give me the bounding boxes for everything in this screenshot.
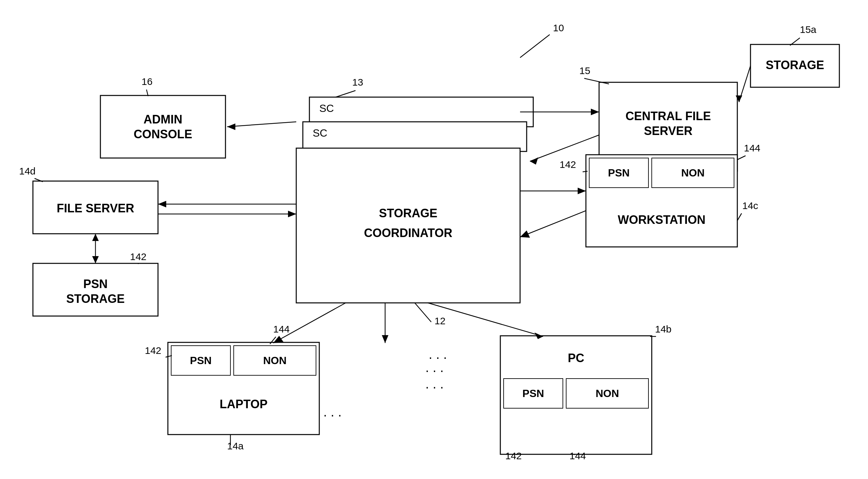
ref-144-workstation: 144 [744,143,761,153]
ref-144-laptop: 144 [273,324,290,334]
ref-16: 16 [142,76,152,87]
central-file-server-label-1: CENTRAL FILE [625,109,711,123]
ref-14c: 14c [742,200,758,211]
svg-marker-20 [158,201,166,207]
admin-console-label-1: ADMIN [144,113,182,126]
ref-142-workstation: 142 [560,159,576,170]
workstation-non-label: NON [681,167,704,179]
laptop-label: LAPTOP [220,397,267,411]
svg-line-1 [336,91,355,97]
diagram-container: 10 SC SC STORAGE COORDINATOR 13 12 CENTR… [0,0,868,479]
workstation-psn-label: PSN [608,167,630,179]
svg-marker-17 [92,234,99,241]
pc-label: PC [568,351,584,365]
file-server-label: FILE SERVER [57,202,134,215]
central-file-server-label-2: SERVER [644,124,692,138]
svg-marker-13 [530,157,538,164]
pc-non-label: NON [595,387,619,399]
psn-storage-label-1: PSN [83,277,107,291]
ref-14b: 14b [655,324,672,334]
svg-line-28 [520,211,586,237]
ref-14a: 14a [227,441,244,451]
svg-marker-41 [382,335,389,343]
ref-14d: 14d [19,166,36,176]
dots-top-center: . . . [429,347,447,361]
ref-15: 15 [579,65,590,76]
ref-142-left: 142 [130,251,147,262]
laptop-non-label: NON [263,355,286,366]
svg-line-2 [415,303,431,322]
ref-144-pc: 144 [569,450,586,461]
storage-label: STORAGE [766,58,824,72]
storage-coordinator-box [296,148,520,303]
dots-laptop: . . . [323,405,342,419]
svg-marker-22 [288,211,296,217]
svg-marker-27 [578,188,586,194]
psn-storage-label-2: STORAGE [66,292,124,305]
ref-13: 13 [352,77,363,88]
svg-line-33 [273,303,346,343]
storage-coordinator-label-1: STORAGE [379,206,437,220]
sc-label-back1: SC [313,127,327,139]
sc-box-back1 [303,122,527,151]
ref-12: 12 [434,316,445,326]
svg-line-8 [227,122,296,127]
svg-marker-16 [92,256,99,263]
ref-142-pc: 142 [505,450,522,461]
svg-line-23 [737,213,742,220]
storage-coordinator-label-2: COORDINATOR [364,226,453,240]
ref-15a: 15a [800,24,816,35]
admin-console-label-2: CONSOLE [134,127,192,141]
svg-line-3 [584,78,609,84]
dots-center2: . . . [425,377,444,391]
workstation-label: WORKSTATION [618,213,706,227]
svg-line-25 [737,156,746,160]
dots-center: . . . [425,360,444,375]
svg-marker-9 [227,123,235,130]
svg-marker-11 [591,109,599,115]
admin-console-box [100,95,225,158]
ref-10: 10 [553,22,564,33]
svg-marker-34 [273,336,284,343]
laptop-psn-label: PSN [190,355,212,366]
svg-line-0 [520,35,550,58]
ref-142-laptop: 142 [145,345,161,356]
pc-psn-label: PSN [522,387,544,399]
sc-label-back2: SC [319,102,334,114]
